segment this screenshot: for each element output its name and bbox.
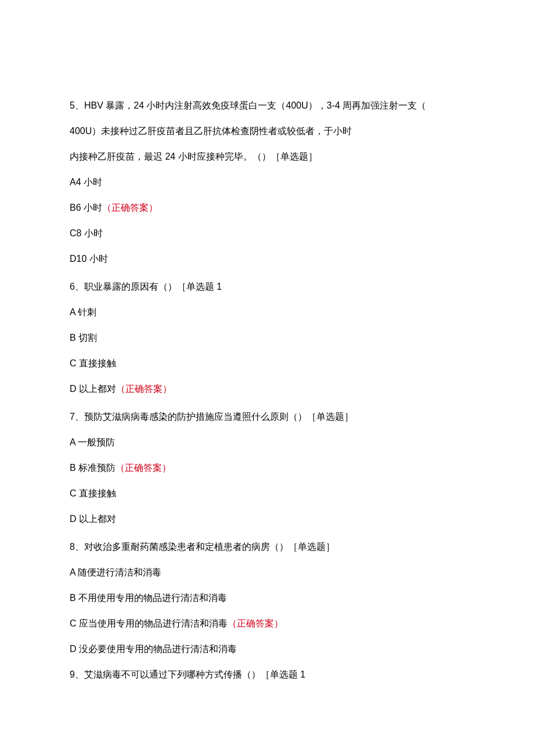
question-7: 7、预防艾滋病病毒感染的防护措施应当遵照什么原则（）［单选题］ A 一般预防 B…: [70, 410, 464, 526]
q8-option-c: C 应当使用专用的物品进行清洁和消毒（正确答案）: [70, 617, 464, 631]
q5-stem-line1: 5、HBV 暴露，24 小时内注射高效免疫球蛋白一支（400U），3-4 周再加…: [70, 99, 464, 113]
q7-option-b: B 标准预防（正确答案）: [70, 461, 464, 475]
correct-answer-marker: （正确答案）: [116, 384, 172, 394]
q7-option-b-text: B 标准预防: [70, 463, 116, 473]
q9-stem: 9、艾滋病毒不可以通过下列哪种方式传播（）［单选题 1: [70, 668, 464, 682]
q6-option-b: B 切割: [70, 331, 464, 345]
correct-answer-marker: （正确答案）: [116, 463, 171, 473]
q7-option-a: A 一般预防: [70, 435, 464, 449]
q5-option-a: A4 小时: [70, 175, 464, 189]
q8-option-c-text: C 应当使用专用的物品进行清洁和消毒: [70, 618, 228, 628]
q5-option-c: C8 小时: [70, 226, 464, 240]
q6-option-d: D 以上都对（正确答案）: [70, 382, 464, 396]
q7-stem: 7、预防艾滋病病毒感染的防护措施应当遵照什么原则（）［单选题］: [70, 410, 464, 424]
question-5: 5、HBV 暴露，24 小时内注射高效免疫球蛋白一支（400U），3-4 周再加…: [70, 99, 464, 266]
q8-option-d: D 没必要使用专用的物品进行清洁和消毒: [70, 642, 464, 656]
q5-option-b: B6 小时（正确答案）: [70, 201, 464, 215]
q7-option-c: C 直接接触: [70, 487, 464, 501]
q5-option-b-text: B6 小时: [70, 203, 102, 213]
q8-stem: 8、对收治多重耐药菌感染患者和定植患者的病房（）［单选题］: [70, 540, 464, 554]
q6-option-a: A 针刺: [70, 305, 464, 319]
document-page: 5、HBV 暴露，24 小时内注射高效免疫球蛋白一支（400U），3-4 周再加…: [0, 0, 534, 756]
question-6: 6、职业暴露的原因有（）［单选题 1 A 针刺 B 切割 C 直接接触 D 以上…: [70, 280, 464, 396]
q7-option-d: D 以上都对: [70, 512, 464, 526]
q5-option-d: D10 小时: [70, 252, 464, 266]
correct-answer-marker: （正确答案）: [228, 618, 283, 628]
q5-stem-line2: 400U）未接种过乙肝疫苗者且乙肝抗体检查阴性者或较低者，于小时: [70, 124, 464, 138]
correct-answer-marker: （正确答案）: [102, 203, 158, 213]
question-8: 8、对收治多重耐药菌感染患者和定植患者的病房（）［单选题］ A 随便进行清洁和消…: [70, 540, 464, 682]
q8-option-b: B 不用使用专用的物品进行清洁和消毒: [70, 591, 464, 605]
q8-option-a: A 随便进行清洁和消毒: [70, 566, 464, 579]
q6-option-d-text: D 以上都对: [70, 384, 116, 394]
q6-option-c: C 直接接触: [70, 357, 464, 370]
q6-stem: 6、职业暴露的原因有（）［单选题 1: [70, 280, 464, 294]
q5-stem-line3: 内接种乙肝疫苗，最迟 24 小时应接种完毕。（）［单选题］: [70, 150, 464, 164]
